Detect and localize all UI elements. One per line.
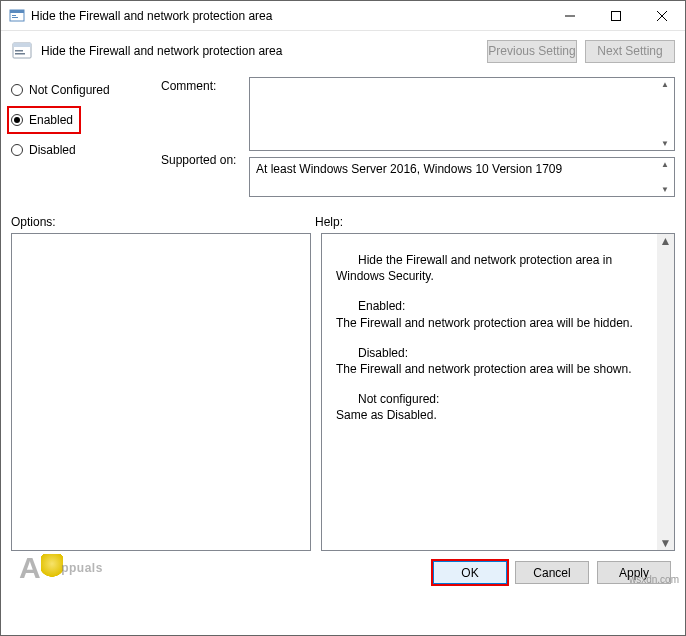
state-radio-group: Not Configured Enabled Disabled [11,77,151,197]
help-scrollbar[interactable]: ▲▼ [657,234,674,550]
ok-button[interactable]: OK [433,561,507,584]
radio-enabled[interactable]: Enabled [11,111,73,129]
radio-not-configured[interactable]: Not Configured [11,81,151,99]
svg-rect-1 [10,10,24,13]
dialog-buttons: OK Cancel Apply [1,551,685,594]
help-text: Hide the Firewall and network protection… [336,252,654,284]
help-text: Not configured:Same as Disabled. [336,391,654,423]
scroll-up-icon: ▲ [658,80,672,89]
previous-setting-button[interactable]: Previous Setting [487,40,577,63]
next-setting-button[interactable]: Next Setting [585,40,675,63]
highlight-enabled: Enabled [7,106,81,134]
app-icon [9,8,25,24]
highlight-ok: OK [431,559,509,586]
svg-rect-5 [612,11,621,20]
svg-rect-11 [15,53,25,55]
help-text: Enabled:The Firewall and network protect… [336,298,654,330]
svg-rect-3 [12,17,18,18]
help-pane: Hide the Firewall and network protection… [321,233,675,551]
svg-rect-10 [15,50,23,52]
scroll-down-icon: ▼ [658,139,672,148]
comment-input[interactable]: ▲ ▼ [249,77,675,151]
apply-button[interactable]: Apply [597,561,671,584]
options-label: Options: [11,215,315,229]
help-text: Disabled:The Firewall and network protec… [336,345,654,377]
scroll-down-icon: ▼ [658,185,672,194]
radio-icon [11,114,23,126]
supported-on-label: Supported on: [161,151,241,167]
minimize-button[interactable] [547,1,593,30]
scroll-up-icon: ▲ [660,234,672,248]
maximize-button[interactable] [593,1,639,30]
svg-rect-2 [12,15,16,16]
help-label: Help: [315,215,343,229]
window-controls [547,1,685,30]
window-title: Hide the Firewall and network protection… [31,9,547,23]
svg-rect-9 [13,43,31,47]
close-button[interactable] [639,1,685,30]
radio-label: Not Configured [29,83,110,97]
policy-icon [11,40,33,62]
titlebar: Hide the Firewall and network protection… [1,1,685,31]
supported-on-text: At least Windows Server 2016, Windows 10… [256,162,562,176]
supported-on-value: At least Windows Server 2016, Windows 10… [249,157,675,197]
options-pane [11,233,311,551]
comment-label: Comment: [161,77,241,93]
radio-icon [11,84,23,96]
radio-icon [11,144,23,156]
scroll-up-icon: ▲ [658,160,672,169]
cancel-button[interactable]: Cancel [515,561,589,584]
scroll-down-icon: ▼ [660,536,672,550]
policy-header: Hide the Firewall and network protection… [1,31,685,71]
radio-label: Disabled [29,143,76,157]
policy-name: Hide the Firewall and network protection… [41,44,479,58]
radio-disabled[interactable]: Disabled [11,141,151,159]
radio-label: Enabled [29,113,73,127]
